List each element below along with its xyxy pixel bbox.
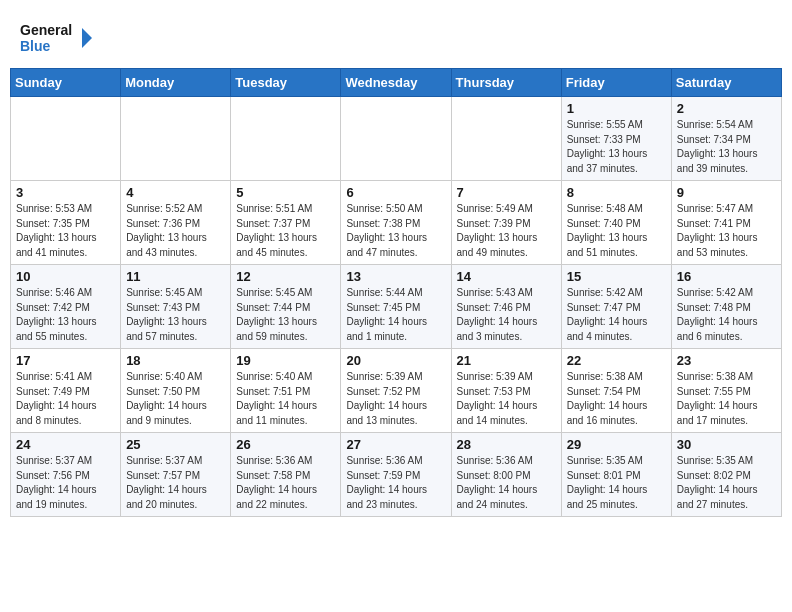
day-info: Sunrise: 5:46 AM Sunset: 7:42 PM Dayligh… [16, 286, 115, 344]
weekday-header-monday: Monday [121, 69, 231, 97]
calendar-cell: 19Sunrise: 5:40 AM Sunset: 7:51 PM Dayli… [231, 349, 341, 433]
day-info: Sunrise: 5:54 AM Sunset: 7:34 PM Dayligh… [677, 118, 776, 176]
day-info: Sunrise: 5:55 AM Sunset: 7:33 PM Dayligh… [567, 118, 666, 176]
calendar-cell: 26Sunrise: 5:36 AM Sunset: 7:58 PM Dayli… [231, 433, 341, 517]
day-number: 23 [677, 353, 776, 368]
calendar-cell [341, 97, 451, 181]
weekday-header-tuesday: Tuesday [231, 69, 341, 97]
weekday-header-thursday: Thursday [451, 69, 561, 97]
svg-marker-2 [82, 28, 92, 48]
calendar-cell: 11Sunrise: 5:45 AM Sunset: 7:43 PM Dayli… [121, 265, 231, 349]
calendar-cell: 29Sunrise: 5:35 AM Sunset: 8:01 PM Dayli… [561, 433, 671, 517]
day-number: 13 [346, 269, 445, 284]
day-info: Sunrise: 5:49 AM Sunset: 7:39 PM Dayligh… [457, 202, 556, 260]
day-number: 24 [16, 437, 115, 452]
day-number: 6 [346, 185, 445, 200]
day-info: Sunrise: 5:39 AM Sunset: 7:52 PM Dayligh… [346, 370, 445, 428]
day-number: 10 [16, 269, 115, 284]
calendar-cell [11, 97, 121, 181]
calendar-cell: 24Sunrise: 5:37 AM Sunset: 7:56 PM Dayli… [11, 433, 121, 517]
calendar-week-4: 17Sunrise: 5:41 AM Sunset: 7:49 PM Dayli… [11, 349, 782, 433]
day-number: 18 [126, 353, 225, 368]
calendar-cell: 25Sunrise: 5:37 AM Sunset: 7:57 PM Dayli… [121, 433, 231, 517]
day-info: Sunrise: 5:44 AM Sunset: 7:45 PM Dayligh… [346, 286, 445, 344]
day-info: Sunrise: 5:37 AM Sunset: 7:56 PM Dayligh… [16, 454, 115, 512]
calendar-cell [451, 97, 561, 181]
calendar-cell: 30Sunrise: 5:35 AM Sunset: 8:02 PM Dayli… [671, 433, 781, 517]
day-number: 15 [567, 269, 666, 284]
calendar-cell: 5Sunrise: 5:51 AM Sunset: 7:37 PM Daylig… [231, 181, 341, 265]
day-info: Sunrise: 5:42 AM Sunset: 7:48 PM Dayligh… [677, 286, 776, 344]
calendar-cell: 6Sunrise: 5:50 AM Sunset: 7:38 PM Daylig… [341, 181, 451, 265]
calendar-cell: 14Sunrise: 5:43 AM Sunset: 7:46 PM Dayli… [451, 265, 561, 349]
day-info: Sunrise: 5:42 AM Sunset: 7:47 PM Dayligh… [567, 286, 666, 344]
day-info: Sunrise: 5:48 AM Sunset: 7:40 PM Dayligh… [567, 202, 666, 260]
day-number: 21 [457, 353, 556, 368]
day-info: Sunrise: 5:40 AM Sunset: 7:50 PM Dayligh… [126, 370, 225, 428]
day-number: 4 [126, 185, 225, 200]
calendar-cell: 10Sunrise: 5:46 AM Sunset: 7:42 PM Dayli… [11, 265, 121, 349]
svg-text:Blue: Blue [20, 38, 51, 54]
calendar-week-1: 1Sunrise: 5:55 AM Sunset: 7:33 PM Daylig… [11, 97, 782, 181]
day-number: 2 [677, 101, 776, 116]
day-number: 19 [236, 353, 335, 368]
day-info: Sunrise: 5:45 AM Sunset: 7:43 PM Dayligh… [126, 286, 225, 344]
day-info: Sunrise: 5:52 AM Sunset: 7:36 PM Dayligh… [126, 202, 225, 260]
weekday-header-saturday: Saturday [671, 69, 781, 97]
day-number: 14 [457, 269, 556, 284]
calendar-cell: 1Sunrise: 5:55 AM Sunset: 7:33 PM Daylig… [561, 97, 671, 181]
day-info: Sunrise: 5:45 AM Sunset: 7:44 PM Dayligh… [236, 286, 335, 344]
weekday-header-row: SundayMondayTuesdayWednesdayThursdayFrid… [11, 69, 782, 97]
calendar-cell: 20Sunrise: 5:39 AM Sunset: 7:52 PM Dayli… [341, 349, 451, 433]
day-number: 3 [16, 185, 115, 200]
day-info: Sunrise: 5:41 AM Sunset: 7:49 PM Dayligh… [16, 370, 115, 428]
day-info: Sunrise: 5:53 AM Sunset: 7:35 PM Dayligh… [16, 202, 115, 260]
day-number: 17 [16, 353, 115, 368]
day-info: Sunrise: 5:38 AM Sunset: 7:55 PM Dayligh… [677, 370, 776, 428]
day-number: 25 [126, 437, 225, 452]
calendar-cell: 13Sunrise: 5:44 AM Sunset: 7:45 PM Dayli… [341, 265, 451, 349]
calendar-cell: 27Sunrise: 5:36 AM Sunset: 7:59 PM Dayli… [341, 433, 451, 517]
day-number: 9 [677, 185, 776, 200]
calendar-cell: 9Sunrise: 5:47 AM Sunset: 7:41 PM Daylig… [671, 181, 781, 265]
calendar-cell: 7Sunrise: 5:49 AM Sunset: 7:39 PM Daylig… [451, 181, 561, 265]
calendar-cell: 4Sunrise: 5:52 AM Sunset: 7:36 PM Daylig… [121, 181, 231, 265]
day-number: 5 [236, 185, 335, 200]
calendar-cell: 3Sunrise: 5:53 AM Sunset: 7:35 PM Daylig… [11, 181, 121, 265]
calendar-cell: 12Sunrise: 5:45 AM Sunset: 7:44 PM Dayli… [231, 265, 341, 349]
day-number: 7 [457, 185, 556, 200]
day-number: 1 [567, 101, 666, 116]
calendar-cell: 23Sunrise: 5:38 AM Sunset: 7:55 PM Dayli… [671, 349, 781, 433]
day-info: Sunrise: 5:50 AM Sunset: 7:38 PM Dayligh… [346, 202, 445, 260]
day-info: Sunrise: 5:43 AM Sunset: 7:46 PM Dayligh… [457, 286, 556, 344]
calendar-cell: 28Sunrise: 5:36 AM Sunset: 8:00 PM Dayli… [451, 433, 561, 517]
svg-text:General: General [20, 22, 72, 38]
logo: GeneralBlue [20, 18, 100, 58]
page-header: GeneralBlue [10, 10, 782, 62]
day-number: 29 [567, 437, 666, 452]
day-info: Sunrise: 5:35 AM Sunset: 8:02 PM Dayligh… [677, 454, 776, 512]
day-number: 22 [567, 353, 666, 368]
day-info: Sunrise: 5:47 AM Sunset: 7:41 PM Dayligh… [677, 202, 776, 260]
day-info: Sunrise: 5:36 AM Sunset: 7:58 PM Dayligh… [236, 454, 335, 512]
day-number: 20 [346, 353, 445, 368]
calendar-cell: 2Sunrise: 5:54 AM Sunset: 7:34 PM Daylig… [671, 97, 781, 181]
calendar-table: SundayMondayTuesdayWednesdayThursdayFrid… [10, 68, 782, 517]
weekday-header-wednesday: Wednesday [341, 69, 451, 97]
day-number: 28 [457, 437, 556, 452]
day-number: 11 [126, 269, 225, 284]
calendar-cell: 21Sunrise: 5:39 AM Sunset: 7:53 PM Dayli… [451, 349, 561, 433]
day-info: Sunrise: 5:35 AM Sunset: 8:01 PM Dayligh… [567, 454, 666, 512]
calendar-week-3: 10Sunrise: 5:46 AM Sunset: 7:42 PM Dayli… [11, 265, 782, 349]
weekday-header-sunday: Sunday [11, 69, 121, 97]
calendar-cell: 15Sunrise: 5:42 AM Sunset: 7:47 PM Dayli… [561, 265, 671, 349]
day-number: 16 [677, 269, 776, 284]
calendar-cell: 8Sunrise: 5:48 AM Sunset: 7:40 PM Daylig… [561, 181, 671, 265]
day-number: 30 [677, 437, 776, 452]
weekday-header-friday: Friday [561, 69, 671, 97]
day-info: Sunrise: 5:40 AM Sunset: 7:51 PM Dayligh… [236, 370, 335, 428]
calendar-cell [121, 97, 231, 181]
calendar-week-5: 24Sunrise: 5:37 AM Sunset: 7:56 PM Dayli… [11, 433, 782, 517]
day-info: Sunrise: 5:36 AM Sunset: 7:59 PM Dayligh… [346, 454, 445, 512]
day-number: 8 [567, 185, 666, 200]
